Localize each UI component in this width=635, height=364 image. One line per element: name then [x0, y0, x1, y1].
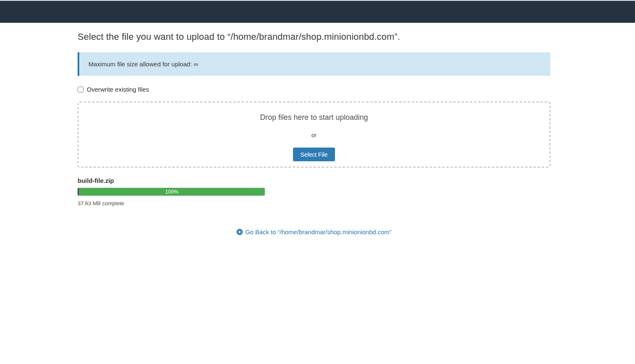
- select-file-button[interactable]: Select File: [293, 148, 335, 161]
- top-bar: [0, 0, 635, 23]
- file-dropzone[interactable]: Drop files here to start uploading or Se…: [78, 102, 550, 167]
- upload-page: Select the file you want to upload to “/…: [78, 32, 550, 237]
- upload-item: build-file.zip 100% 37.63 MB complete: [78, 177, 550, 206]
- max-file-size-notice: Maximum file size allowed for upload: ∞: [78, 52, 550, 76]
- upload-status: 37.63 MB complete: [78, 200, 550, 206]
- back-row: Go Back to “/home/brandmar/shop.minionio…: [78, 228, 550, 237]
- page-title: Select the file you want to upload to “/…: [78, 32, 550, 42]
- dropzone-instruction: Drop files here to start uploading: [260, 113, 368, 122]
- go-back-link-label: Go Back to “/home/brandmar/shop.minionio…: [245, 228, 392, 235]
- overwrite-checkbox[interactable]: [78, 87, 83, 92]
- upload-progress-fill: 100%: [79, 188, 265, 196]
- overwrite-existing-files-option[interactable]: Overwrite existing files: [78, 86, 550, 93]
- dropzone-separator: or: [311, 132, 316, 138]
- upload-filename: build-file.zip: [78, 177, 550, 184]
- upload-progress-label: 100%: [165, 189, 178, 195]
- go-back-link[interactable]: Go Back to “/home/brandmar/shop.minionio…: [237, 228, 392, 235]
- upload-progress-bar: 100%: [78, 188, 265, 196]
- max-file-size-notice-text: Maximum file size allowed for upload: ∞: [88, 61, 198, 68]
- arrow-circle-left-icon: [237, 229, 243, 235]
- overwrite-label: Overwrite existing files: [87, 86, 149, 93]
